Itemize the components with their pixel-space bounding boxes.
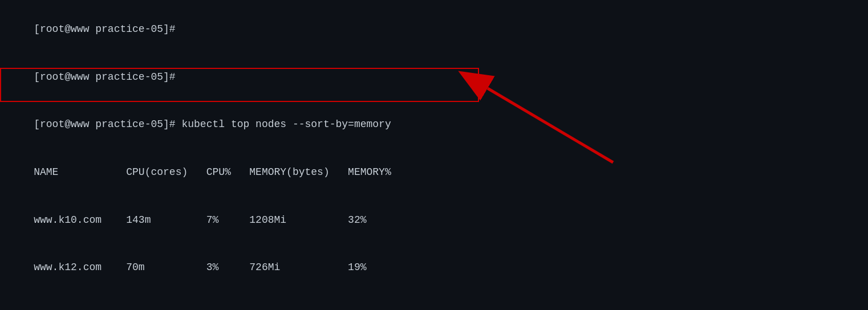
terminal-line-2: [root@www practice-05]#	[9, 54, 859, 101]
prompt-text: [root@www practice-05]#	[34, 71, 175, 83]
header-text: NAME CPU(cores) CPU% MEMORY(bytes) MEMOR…	[34, 166, 391, 178]
terminal-line-k12: www.k12.com 70m 3% 726Mi 19%	[9, 244, 859, 292]
terminal-line-k11: www.k11.com 56m 2% 625Mi 17%	[9, 292, 859, 310]
data-text: www.k10.com 143m 7% 1208Mi 32%	[34, 214, 366, 226]
terminal-window: [root@www practice-05]# [root@www practi…	[0, 0, 868, 310]
data-text: www.k12.com 70m 3% 726Mi 19%	[34, 262, 366, 273]
terminal-line-1: [root@www practice-05]#	[9, 6, 859, 54]
terminal-line-command: [root@www practice-05]# kubectl top node…	[9, 101, 859, 149]
terminal-line-header: NAME CPU(cores) CPU% MEMORY(bytes) MEMOR…	[9, 149, 859, 197]
command-text: [root@www practice-05]# kubectl top node…	[34, 119, 391, 130]
terminal-line-k10: www.k10.com 143m 7% 1208Mi 32%	[9, 197, 859, 244]
prompt-text: [root@www practice-05]#	[34, 23, 175, 35]
